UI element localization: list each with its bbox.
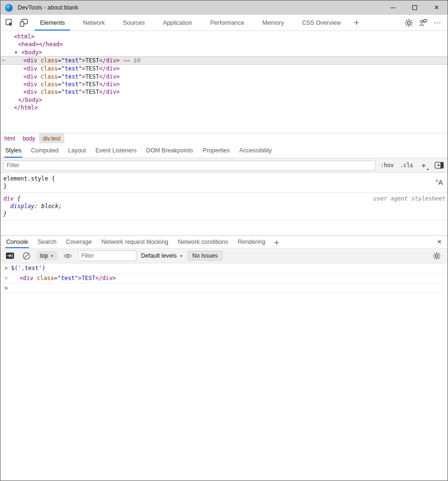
empty-area [0,293,448,481]
clear-console-icon [22,252,31,260]
feedback-icon [419,19,428,27]
settings-gear-icon [405,19,413,27]
more-tools-button[interactable]: + [350,16,363,30]
tree-row[interactable]: <div class="test">TEST</div> [0,73,448,80]
console-input-chevron-icon: > [4,285,11,291]
toggle-element-classes-button[interactable]: .cls [399,161,414,170]
console-result-chevron-icon: < [4,275,11,281]
tab-performance[interactable]: Performance [201,15,254,30]
minimize-button[interactable] [382,0,404,15]
crumb-html[interactable]: html [0,133,19,143]
live-expression-button[interactable] [62,249,73,263]
styles-pane: element.style {}div { display: block;}us… [0,173,448,216]
breadcrumb: htmlbodydiv.test [0,133,448,143]
tab-sources[interactable]: Sources [114,15,154,30]
close-icon: × [434,4,438,11]
window-controls: × [382,0,448,15]
minimize-icon [390,8,396,8]
tab-application[interactable]: Application [154,15,201,30]
device-toolbar-icon [20,19,28,27]
close-button[interactable]: × [426,0,448,15]
row-actions-icon[interactable]: ⋯ [2,57,6,64]
maximize-icon [412,5,417,10]
drawer-tab-bar: ConsoleSearchCoverageNetwork request blo… [0,235,448,249]
tree-row[interactable]: ▼<body> [0,49,448,56]
console-settings-gear-icon [433,252,441,260]
settings-button[interactable] [402,16,416,30]
close-drawer-icon: × [437,238,441,246]
style-rule-0[interactable]: element.style {} [0,173,448,193]
title-bar: DevTools - about:blank × [0,0,448,15]
more-drawer-tools-button[interactable]: + [270,236,283,249]
console-command: >$('.test') [0,263,448,273]
console-result: <<div class="test">TEST</div> [0,273,448,283]
customize-menu-button[interactable]: ⋯ [430,16,445,30]
tree-row[interactable]: <html> [0,33,448,40]
styles-tab-properties[interactable]: Properties [198,143,234,158]
drawer-tab-strip: ConsoleSearchCoverageNetwork request blo… [1,236,270,248]
devtools-window: DevTools - about:blank × ElementsNetwork… [0,0,448,481]
console-sidebar-icon [6,252,14,259]
crumb-div-test[interactable]: div.test [39,133,64,143]
clear-console-button[interactable] [20,249,32,263]
styles-tab-bar: StylesComputedLayoutEvent ListenersDOM B… [0,143,448,158]
crumb-body[interactable]: body [19,133,39,143]
tab-elements[interactable]: Elements [31,15,74,30]
drawer-tab-search[interactable]: Search [33,236,61,248]
close-drawer-button[interactable]: × [431,236,448,248]
drawer-tab-network-conditions[interactable]: Network conditions [173,236,233,248]
feedback-button[interactable] [416,16,430,30]
computed-sidebar-toggle-button[interactable] [433,160,445,171]
styles-tab-computed[interactable]: Computed [26,143,63,158]
inspect-element-button[interactable] [2,16,17,30]
edge-devtools-icon [5,4,13,12]
more-options-icon: ⋯ [434,19,441,27]
tree-row[interactable]: <div class="test">TEST</div> [0,88,448,96]
style-rule-1[interactable]: div { display: block;}user agent stylesh… [0,193,448,220]
new-style-rule-button[interactable]: + [418,160,429,170]
console-input[interactable]: > [0,283,448,293]
styles-tab-styles[interactable]: Styles [0,143,26,158]
tree-row[interactable]: </html> [0,104,448,111]
font-size-toggle-button[interactable]: AA [436,179,443,186]
tree-row[interactable]: <div class="test">TEST</div> [0,65,448,72]
styles-tab-dom-breakpoints[interactable]: DOM Breakpoints [141,143,198,158]
console-filter-input[interactable] [78,251,136,261]
drawer-tab-rendering[interactable]: Rendering [233,236,270,248]
console-toolbar: top ▼ Default levels ▼ No Issues [0,249,448,263]
tree-row[interactable]: <head></head> [0,40,448,48]
chevron-down-icon: ▼ [180,254,183,258]
tree-row[interactable]: <div class="test">TEST</div> [0,80,448,88]
styles-tab-accessibility[interactable]: Accessibility [234,143,276,158]
inspect-cursor-icon [5,19,14,27]
log-levels-dropdown[interactable]: Default levels ▼ [141,252,183,259]
styles-filter-input[interactable] [3,160,376,170]
main-tab-strip: ElementsNetworkSourcesApplicationPerform… [31,15,350,30]
tab-css-overview[interactable]: CSS Overview [293,15,350,30]
styles-tab-layout[interactable]: Layout [63,143,91,158]
maximize-button[interactable] [404,0,426,15]
toggle-pseudo-state-button[interactable]: :hov [380,161,395,170]
tree-row[interactable]: </body> [0,96,448,104]
console-settings-button[interactable] [429,249,444,263]
styles-tab-strip: StylesComputedLayoutEvent ListenersDOM B… [0,143,276,158]
console-sidebar-button[interactable] [4,249,16,263]
device-toolbar-button[interactable] [17,16,31,30]
tab-memory[interactable]: Memory [254,15,293,30]
main-toolbar: ElementsNetworkSourcesApplicationPerform… [0,15,448,31]
expander-icon[interactable]: ▼ [15,49,21,57]
tab-network[interactable]: Network [74,15,114,30]
eye-icon [63,253,72,259]
javascript-context-dropdown[interactable]: top ▼ [37,251,57,261]
no-issues-badge[interactable]: No Issues [188,251,223,261]
drawer-tab-console[interactable]: Console [1,236,33,248]
elements-tree: <html><head></head>▼<body>⋯<div class="t… [0,31,448,133]
styles-filter-bar: :hov .cls + [0,158,448,173]
tree-row-selected[interactable]: ⋯<div class="test">TEST</div> == $0 [0,56,448,65]
drawer-tab-coverage[interactable]: Coverage [61,236,96,248]
drawer-tab-network-request-blocking[interactable]: Network request blocking [97,236,173,248]
context-label: top [40,252,48,259]
sidebar-panel-icon [435,162,444,169]
console-log: >$('.test')<<div class="test">TEST</div>… [0,263,448,293]
styles-tab-event-listeners[interactable]: Event Listeners [91,143,141,158]
